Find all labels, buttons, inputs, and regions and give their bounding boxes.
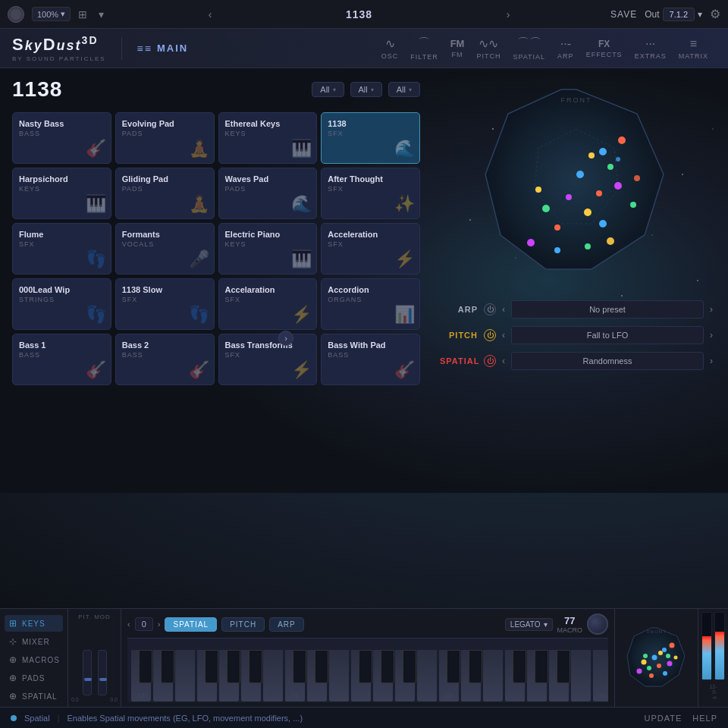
preset-card-6[interactable]: Waves Pad PADS 🌊 xyxy=(218,168,318,219)
preset-card-12[interactable]: 000Lead Wip STRINGS 👣 xyxy=(12,278,111,330)
black-key-D#4[interactable] xyxy=(469,650,482,683)
out-arrow: ▾ xyxy=(698,9,702,20)
transport-prev[interactable]: ‹ xyxy=(127,620,130,629)
out-value[interactable]: 7.1.2 xyxy=(663,8,695,21)
white-key-B3[interactable] xyxy=(416,649,438,702)
preset-card-3[interactable]: 1138 SFX 🌊 xyxy=(321,112,420,164)
nav-btn-mixer[interactable]: ⊹ MIXER xyxy=(5,633,63,650)
nav-btn-keys[interactable]: ⊞ KEYS xyxy=(5,615,63,632)
preset-card-2[interactable]: Ethereal Keys KEYS 🎹 xyxy=(218,112,318,164)
tab-spatial[interactable]: ⌒⌒ SPATIAL xyxy=(513,36,545,61)
black-key-D#2[interactable] xyxy=(161,650,174,683)
white-key-E4[interactable] xyxy=(482,649,504,702)
grid-icon[interactable]: ⊞ xyxy=(78,8,87,20)
black-key-G#2[interactable] xyxy=(227,650,240,683)
tab-fm[interactable]: FM FM xyxy=(450,38,465,58)
white-key-C5[interactable]: C5 xyxy=(592,649,608,702)
tab-matrix[interactable]: ≡ MATRIX xyxy=(679,37,708,60)
arp-preset[interactable]: No preset xyxy=(511,300,704,318)
prev-preset-arrow[interactable]: ‹ xyxy=(205,8,216,20)
main-nav-button[interactable]: ≡≡ MAIN xyxy=(137,42,189,55)
spatial-prev[interactable]: ‹ xyxy=(502,356,505,366)
preset-card-13[interactable]: 1138 Slow SFX 👣 xyxy=(115,278,215,330)
arp-power-button[interactable]: ⏻ xyxy=(484,303,496,315)
black-key-A#3[interactable] xyxy=(403,650,416,683)
preset-card-11[interactable]: Acceleration SFX ⚡ xyxy=(321,223,420,275)
spatial-power-button[interactable]: ⏻ xyxy=(484,355,496,367)
black-key-F#2[interactable] xyxy=(205,650,218,683)
toolbar-dropdown-arrow[interactable]: ▾ xyxy=(95,8,108,20)
preset-card-15[interactable]: Accordion ORGANS 📊 xyxy=(321,278,420,330)
transport-next[interactable]: › xyxy=(158,620,161,629)
arp-prev[interactable]: ‹ xyxy=(502,304,505,315)
save-button[interactable]: SAVE xyxy=(610,9,637,20)
nav-btn-spatial[interactable]: ⊕ SPATIAL xyxy=(5,688,63,704)
pitch-preset[interactable]: Fall to LFO xyxy=(511,326,704,344)
preset-card-17[interactable]: Bass 2 BASS 🎸 xyxy=(115,334,215,385)
preset-card-7[interactable]: After Thought SFX ✨ xyxy=(321,168,420,219)
filter-3[interactable]: All ▾ xyxy=(388,82,420,97)
preset-card-5[interactable]: Gliding Pad PADS 🧘 xyxy=(115,168,215,219)
tab-arp[interactable]: ··- ARP xyxy=(557,37,574,60)
pitch-transport-btn[interactable]: PITCH xyxy=(221,617,265,632)
black-key-G#3[interactable] xyxy=(381,650,394,683)
black-key-F#3[interactable] xyxy=(359,650,372,683)
spatial-next[interactable]: › xyxy=(710,356,713,366)
tab-effects[interactable]: FX EFFECTS xyxy=(586,39,623,58)
black-key-A#2[interactable] xyxy=(249,650,262,683)
black-key-C#2[interactable] xyxy=(139,650,152,683)
preset-card-0[interactable]: Nasty Bass BASS 🎸 xyxy=(12,112,111,164)
white-key-B2[interactable] xyxy=(262,649,284,702)
preset-name-16: Bass 1 xyxy=(19,340,105,350)
nav-btn-pads[interactable]: ⊕ PADS xyxy=(5,670,63,686)
preset-card-16[interactable]: Bass 1 BASS 🎸 xyxy=(12,334,111,385)
settings-icon[interactable]: ⚙ xyxy=(710,7,720,21)
scroll-right-arrow[interactable]: › xyxy=(278,331,293,346)
black-key-G#4[interactable] xyxy=(535,650,548,683)
black-key-C#3[interactable] xyxy=(293,650,306,683)
black-key-C#4[interactable] xyxy=(447,650,460,683)
preset-card-1[interactable]: Evolving Pad PADS 🧘 xyxy=(115,112,215,164)
filter-dropdowns: All ▾ All ▾ All ▾ xyxy=(312,82,420,97)
pitch-next[interactable]: › xyxy=(710,330,713,340)
black-key-F#4[interactable] xyxy=(513,650,526,683)
help-button[interactable]: HELP xyxy=(692,714,717,723)
tab-filter[interactable]: ⌒ FILTER xyxy=(410,36,438,61)
pitch-power-button[interactable]: ⏻ xyxy=(484,329,496,341)
black-key-A#4[interactable] xyxy=(557,650,570,683)
next-preset-arrow[interactable]: › xyxy=(503,8,514,20)
spatial-transport-btn[interactable]: SPATIAL xyxy=(165,617,217,632)
preset-card-10[interactable]: Electric Piano KEYS 🎹 xyxy=(218,223,318,275)
tab-osc[interactable]: ∿ OSC xyxy=(381,36,399,60)
black-key-D#3[interactable] xyxy=(315,650,328,683)
pitch-slider-2[interactable] xyxy=(98,650,107,695)
filter-1[interactable]: All ▾ xyxy=(312,82,344,97)
tab-pitch[interactable]: ∿∿ PITCH xyxy=(476,36,500,60)
spatial-preset[interactable]: Randomness xyxy=(511,352,704,370)
preset-icon-10: 🎹 xyxy=(291,249,312,269)
nav-label-pads: PADS xyxy=(22,674,46,682)
pitch-slider-1[interactable] xyxy=(83,650,92,695)
nav-btn-macros[interactable]: ⊕ MACROS xyxy=(5,651,63,668)
white-key-E3[interactable] xyxy=(328,649,350,702)
preset-card-8[interactable]: Flume SFX 👣 xyxy=(12,223,111,275)
tab-extras[interactable]: ··· EXTRAS xyxy=(635,37,667,60)
update-button[interactable]: UPDATE xyxy=(644,714,682,723)
arp-next[interactable]: › xyxy=(710,304,713,315)
zoom-control[interactable]: 100% ▾ xyxy=(32,7,71,21)
preset-card-4[interactable]: Harpsichord KEYS 🎹 xyxy=(12,168,111,219)
preset-card-9[interactable]: Formants VOCALS 🎤 xyxy=(115,223,215,275)
svg-point-23 xyxy=(630,202,636,208)
filter-2[interactable]: All ▾ xyxy=(350,82,382,97)
white-key-B4[interactable] xyxy=(570,649,592,702)
pitch-prev[interactable]: ‹ xyxy=(502,330,505,340)
transport-position[interactable]: 0 xyxy=(135,617,153,631)
nav-label-keys: KEYS xyxy=(22,620,46,628)
preset-card-14[interactable]: Accelaration SFX ⚡ xyxy=(218,278,318,330)
preset-card-19[interactable]: Bass With Pad BASS 🎸 xyxy=(321,334,420,385)
legato-select[interactable]: LEGATO ▾ xyxy=(505,618,553,631)
preset-card-18[interactable]: Bass Transforms SFX ⚡ xyxy=(218,334,318,385)
arp-transport-btn[interactable]: ARP xyxy=(269,617,304,632)
white-key-E2[interactable] xyxy=(174,649,196,702)
macro-knob[interactable] xyxy=(587,613,608,635)
